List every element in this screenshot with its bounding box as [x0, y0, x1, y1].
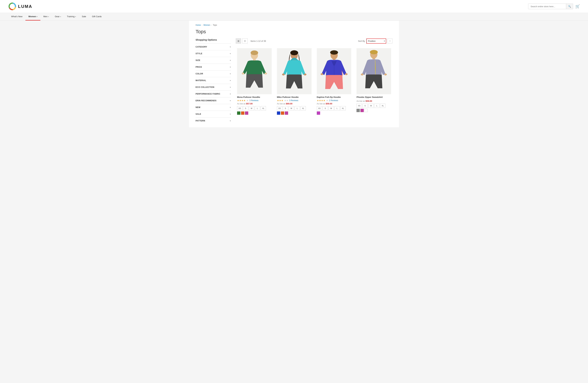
filter-performance-fabric-header[interactable]: PERFORMANCE FABRIC ▾ [196, 91, 231, 97]
size-btn-xl-3[interactable]: XL [340, 106, 346, 111]
product-name-4[interactable]: Phoebe Zipper Sweatshirt [357, 96, 391, 98]
reviews-link-3[interactable]: 2 Reviews [329, 99, 338, 102]
reviews-link-2[interactable]: 3 Reviews [289, 99, 298, 102]
nav-link-women[interactable]: Women ▾ [25, 13, 40, 20]
size-btn-xl-1[interactable]: XL [261, 106, 266, 111]
nav-item-gear[interactable]: Gear ▾ [52, 13, 64, 20]
filter-sale-header[interactable]: SALE ▾ [196, 111, 231, 117]
size-btn-l-4[interactable]: L [374, 104, 379, 108]
filter-color[interactable]: COLOR ▾ [196, 70, 231, 77]
color-swatch-orange-1[interactable] [241, 112, 244, 115]
logo-area[interactable]: LUMA [8, 2, 32, 11]
color-swatch-pink-1[interactable] [245, 112, 248, 115]
color-swatch-purple-4[interactable] [360, 109, 364, 112]
filter-price[interactable]: PRICE ▾ [196, 64, 231, 70]
size-btn-l-2[interactable]: L [295, 106, 300, 111]
size-btn-s-1[interactable]: S [243, 106, 248, 111]
grid-view-button[interactable]: ⊞ [236, 38, 241, 44]
filter-price-header[interactable]: PRICE ▾ [196, 64, 231, 70]
filter-style-header[interactable]: STYLE ▾ [196, 50, 231, 57]
product-link-1[interactable]: Mona Pullover Hoodlie [237, 96, 260, 98]
nav-item-whats-new[interactable]: What's New [8, 13, 25, 20]
sort-select-wrapper[interactable]: Position Product Name Price ▾ [366, 38, 386, 44]
filter-sale[interactable]: SALE ▾ [196, 111, 231, 117]
size-btn-m-1[interactable]: M [249, 106, 254, 111]
filter-pattern[interactable]: PATTERN ▾ [196, 117, 231, 124]
product-link-3[interactable]: Daphne Full-Zip Hoodie [317, 96, 341, 98]
size-btn-xl-2[interactable]: XL [301, 106, 306, 111]
size-btn-s-4[interactable]: S [362, 104, 368, 108]
filter-eco-collection[interactable]: ECO COLLECTION ▾ [196, 84, 231, 91]
product-image-area-4[interactable] [357, 48, 391, 94]
size-btn-m-4[interactable]: M [368, 104, 374, 108]
nav-link-men[interactable]: Men ▾ [40, 13, 52, 20]
nav-item-training[interactable]: Training ▾ [64, 13, 79, 20]
size-btn-s-3[interactable]: S [323, 106, 328, 111]
filter-erin-recommends[interactable]: ERIN RECOMMENDS ▾ [196, 97, 231, 104]
search-button[interactable]: 🔍 [566, 4, 573, 9]
size-btn-l-3[interactable]: L [335, 106, 340, 111]
size-btn-xs-1[interactable]: XS [237, 106, 242, 111]
breadcrumb-home[interactable]: Home [196, 24, 201, 26]
nav-item-sale[interactable]: Sale [79, 13, 89, 20]
price-value-3: $59.00 [326, 102, 332, 105]
color-swatch-white-4[interactable] [364, 109, 368, 112]
size-btn-l-1[interactable]: L [255, 106, 260, 111]
color-swatch-pink-3[interactable] [317, 112, 320, 115]
filter-size[interactable]: SIZE ▾ [196, 57, 231, 64]
nav-link-gear[interactable]: Gear ▾ [52, 13, 64, 20]
filter-category[interactable]: CATEGORY ▾ [196, 43, 231, 50]
filter-new[interactable]: NEW ▾ [196, 104, 231, 111]
filter-eco-collection-header[interactable]: ECO COLLECTION ▾ [196, 84, 231, 91]
size-btn-xs-4[interactable]: XS [357, 104, 362, 108]
size-btn-s-2[interactable]: S [283, 106, 288, 111]
nav-link-training[interactable]: Training ▾ [64, 13, 79, 20]
product-image-area-2[interactable] [277, 48, 312, 94]
size-btn-xs-3[interactable]: XS [317, 106, 322, 111]
color-swatch-orange-2[interactable] [281, 112, 284, 115]
product-image-area-3[interactable] [317, 48, 351, 94]
search-input[interactable] [528, 4, 566, 9]
product-name-3[interactable]: Daphne Full-Zip Hoodie [317, 96, 351, 98]
size-btn-m-2[interactable]: M [289, 106, 294, 111]
filter-material[interactable]: MATERIAL ▾ [196, 77, 231, 84]
product-image-area-1[interactable] [237, 48, 272, 94]
filter-performance-fabric[interactable]: PERFORMANCE FABRIC ▾ [196, 91, 231, 97]
color-swatch-grey-4[interactable] [357, 109, 360, 112]
filter-erin-recommends-header[interactable]: ERIN RECOMMENDS ▾ [196, 97, 231, 104]
filter-pattern-header[interactable]: PATTERN ▾ [196, 117, 231, 124]
svg-point-22 [370, 50, 378, 54]
nav-item-gift-cards[interactable]: Gift Cards [89, 13, 105, 20]
nav-item-women[interactable]: Women ▾ [25, 13, 40, 20]
sort-select[interactable]: Position Product Name Price [367, 39, 384, 43]
color-swatch-green-1[interactable] [237, 112, 240, 115]
size-btn-m-3[interactable]: M [329, 106, 334, 111]
product-link-4[interactable]: Phoebe Zipper Sweatshirt [357, 96, 383, 98]
reviews-link-1[interactable]: 3 Reviews [249, 99, 258, 102]
size-btn-xl-4[interactable]: XL [380, 104, 385, 108]
filter-color-header[interactable]: COLOR ▾ [196, 71, 231, 77]
cart-icon[interactable]: 🛒 [575, 4, 580, 9]
list-view-button[interactable]: ☰ [242, 38, 248, 44]
nav-link-sale[interactable]: Sale [79, 13, 89, 20]
search-box[interactable]: 🔍 [528, 4, 573, 9]
product-link-2[interactable]: Miko Pullover Hoodie [277, 96, 299, 98]
filter-style[interactable]: STYLE ▾ [196, 50, 231, 57]
product-card-4: Phoebe Zipper Sweatshirt As low as $59.0… [355, 47, 392, 116]
nav-link-gift-cards[interactable]: Gift Cards [89, 13, 105, 20]
sidebar: Shopping Options CATEGORY ▾ STYLE ▾ SIZE [196, 38, 231, 124]
size-btn-xs-2[interactable]: XS [277, 106, 282, 111]
filter-size-header[interactable]: SIZE ▾ [196, 57, 231, 64]
filter-category-header[interactable]: CATEGORY ▾ [196, 44, 231, 50]
breadcrumb-women[interactable]: Women [203, 24, 210, 26]
svg-point-19 [345, 73, 347, 75]
nav-item-men[interactable]: Men ▾ [40, 13, 52, 20]
sort-asc-button[interactable]: ↑ [388, 38, 392, 43]
color-swatch-blue-2[interactable] [277, 112, 280, 115]
nav-link-whats-new[interactable]: What's New [8, 13, 25, 20]
color-swatch-pink-2[interactable] [285, 112, 288, 115]
product-name-1[interactable]: Mona Pullover Hoodlie [237, 96, 272, 98]
product-name-2[interactable]: Miko Pullover Hoodie [277, 96, 312, 98]
filter-material-header[interactable]: MATERIAL ▾ [196, 77, 231, 84]
filter-new-header[interactable]: NEW ▾ [196, 104, 231, 111]
